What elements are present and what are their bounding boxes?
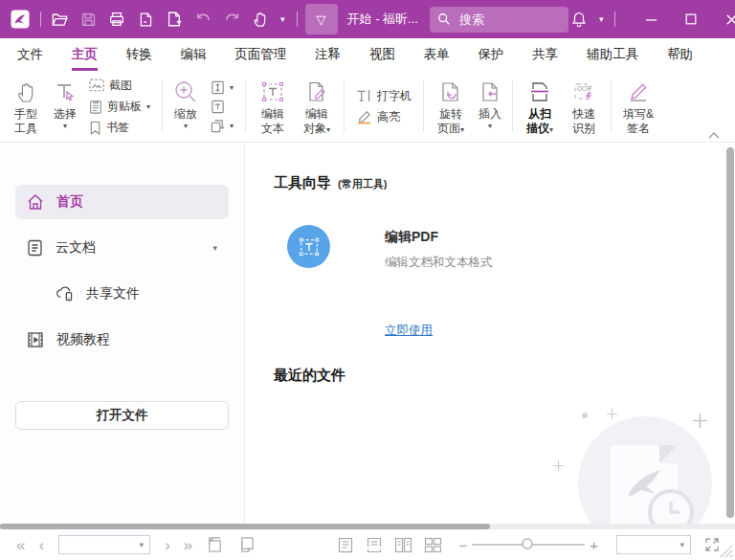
document-tab[interactable]: 开始 - 福昕...	[347, 11, 418, 28]
ribbon-mode-toggle[interactable]: ▽	[305, 4, 338, 34]
sidebar-item-shared-files[interactable]: 共享文件	[15, 277, 229, 311]
open-file-button[interactable]: 打开文件	[15, 401, 229, 430]
bookmark-button[interactable]: 书签	[89, 120, 150, 136]
quick-ocr-button[interactable]: OCR 快速识别	[568, 71, 600, 142]
facing-continuous-view-button[interactable]	[424, 537, 442, 553]
close-button[interactable]	[719, 7, 735, 32]
menu-file[interactable]: 文件	[17, 38, 43, 71]
highlight-button[interactable]: 高亮	[356, 109, 412, 125]
zoom-button[interactable]: 缩放 ▾	[173, 71, 198, 142]
previous-page-button[interactable]: ‹	[38, 537, 44, 553]
edit-object-icon	[305, 78, 328, 105]
previous-view-icon	[205, 536, 225, 553]
shared-files-icon	[56, 286, 74, 302]
zoom-level-dropdown[interactable]: ▾	[616, 535, 691, 554]
fit-page-button[interactable]: ▾	[211, 80, 234, 95]
zoom-in-icon[interactable]: +	[590, 538, 598, 552]
screenshot-button[interactable]: 截图	[89, 78, 150, 94]
highlight-icon	[356, 110, 372, 124]
sidebar: 首页 云文档 ▾ 共享文件 视频教程 打开文件	[0, 143, 245, 524]
next-view-button[interactable]	[236, 536, 256, 553]
menu-share[interactable]: 共享	[532, 38, 558, 71]
vertical-scrollbar-thumb[interactable]	[726, 147, 734, 518]
open-file-icon[interactable]	[49, 9, 70, 30]
new-document-icon[interactable]	[164, 9, 185, 30]
rotate-pages-button[interactable]: 旋转页面▾	[434, 71, 467, 142]
menu-protect[interactable]: 保护	[479, 38, 504, 71]
clipboard-group: 截图 剪贴板 ▾ 书签	[89, 71, 150, 142]
facing-view-button[interactable]	[394, 537, 412, 553]
rotate-view-button[interactable]: ▾	[211, 119, 234, 133]
zoom-slider-track[interactable]	[472, 544, 585, 546]
typewriter-icon	[356, 89, 372, 102]
fill-sign-button[interactable]: 填写&签名	[622, 71, 655, 142]
fit-page-group: ▾ ▾	[211, 71, 234, 142]
use-now-link[interactable]: 立即使用	[385, 323, 433, 339]
from-scanner-button[interactable]: 从扫描仪▾	[523, 71, 556, 142]
redo-icon[interactable]	[221, 9, 242, 30]
search-input[interactable]	[457, 11, 553, 28]
sidebar-item-video-tutorials[interactable]: 视频教程	[15, 323, 229, 357]
next-page-button[interactable]: ›	[165, 537, 170, 553]
page-number-dropdown[interactable]: ▾	[58, 535, 150, 554]
select-tool-button[interactable]: 选择 ▾	[54, 71, 77, 142]
from-scanner-caret-icon: ▾	[549, 125, 553, 134]
menu-help[interactable]: 帮助	[667, 38, 693, 71]
previous-view-button[interactable]	[205, 536, 225, 553]
rotate-view-icon	[211, 119, 225, 133]
fit-width-button[interactable]	[211, 100, 234, 114]
hand-pointer-icon[interactable]	[250, 9, 271, 30]
undo-icon[interactable]	[192, 9, 213, 30]
insert-pages-button[interactable]: 插入 ▾	[479, 71, 501, 142]
hand-tool-button[interactable]: 手型工具	[10, 71, 42, 142]
first-page-button[interactable]: «	[16, 537, 25, 553]
typewriter-button[interactable]: 打字机	[356, 88, 412, 104]
bookmark-icon	[89, 121, 101, 135]
print-icon[interactable]	[106, 9, 127, 30]
menu-page-manage[interactable]: 页面管理	[234, 38, 286, 71]
search-box[interactable]	[430, 7, 568, 33]
window-resize-grip[interactable]	[717, 542, 733, 558]
menu-convert[interactable]: 转换	[126, 38, 152, 71]
sparkle-icon	[607, 409, 617, 419]
recent-files-title: 最近的文件	[274, 367, 735, 385]
hand-tool-caret-icon[interactable]: ▾	[280, 14, 285, 24]
cloud-docs-caret-icon[interactable]: ▾	[212, 243, 217, 253]
titlebar-divider	[40, 11, 41, 27]
export-page-icon[interactable]	[135, 9, 156, 30]
sidebar-item-home[interactable]: 首页	[15, 185, 229, 219]
notifications-caret-icon[interactable]: ▾	[599, 14, 604, 24]
save-icon[interactable]	[78, 9, 99, 30]
single-page-view-button[interactable]	[337, 537, 354, 553]
menu-home[interactable]: 主页	[72, 38, 98, 71]
page-number-caret-icon: ▾	[140, 540, 145, 549]
edit-pdf-card[interactable]: 编辑PDF 编辑文档和文本格式 立即使用	[287, 225, 735, 339]
ocr-icon: OCR	[571, 78, 596, 105]
main-panel: 工具向导 (常用工具) 编辑PDF 编辑文档和文本格式 立即使用 最近的文件	[245, 143, 735, 524]
edit-text-button[interactable]: 编辑文本	[256, 71, 289, 142]
vertical-scrollbar[interactable]	[726, 147, 734, 518]
sidebar-item-cloud-docs[interactable]: 云文档 ▾	[15, 231, 229, 265]
zoom-out-icon[interactable]: −	[458, 538, 467, 552]
maximize-button[interactable]	[679, 7, 703, 32]
collapse-ribbon-button[interactable]	[708, 132, 720, 139]
minimize-button[interactable]	[638, 7, 663, 32]
last-page-button[interactable]: »	[184, 537, 192, 553]
zoom-slider-knob[interactable]	[522, 538, 533, 549]
home-icon	[27, 193, 44, 211]
continuous-view-button[interactable]	[366, 537, 383, 553]
clipboard-button[interactable]: 剪贴板 ▾	[89, 99, 150, 115]
zoom-slider[interactable]: − +	[454, 538, 603, 552]
cloud-document-icon	[27, 239, 43, 257]
select-text-icon	[54, 78, 77, 105]
edit-object-button[interactable]: 编辑对象▾	[301, 71, 333, 142]
menu-comment[interactable]: 注释	[315, 38, 341, 71]
menu-view[interactable]: 视图	[369, 38, 395, 71]
rotate-pages-icon	[439, 78, 462, 105]
rotate-view-caret-icon: ▾	[230, 122, 234, 130]
menu-accessibility[interactable]: 辅助工具	[587, 38, 638, 71]
titlebar-divider	[614, 11, 615, 27]
menu-edit[interactable]: 编辑	[180, 38, 206, 71]
menu-form[interactable]: 表单	[424, 38, 450, 71]
notifications-bell-icon[interactable]	[568, 9, 590, 30]
